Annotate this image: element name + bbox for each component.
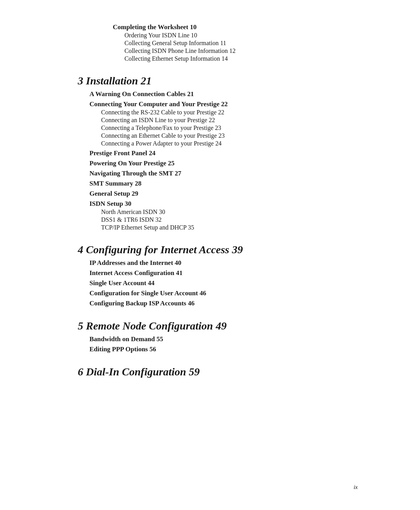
subsec-front-panel: Prestige Front Panel 24 bbox=[89, 149, 358, 157]
subsec-config-single-user: Configuration for Single User Account 46 bbox=[89, 289, 358, 297]
subsec-backup-isp: Configuring Backup ISP Accounts 46 bbox=[89, 300, 358, 307]
chapter-6-heading: Dial-In Configuration 59 bbox=[86, 366, 200, 378]
top-section: Completing the Worksheet 10 Ordering You… bbox=[78, 23, 358, 62]
subsec-smt-summary: SMT Summary 28 bbox=[89, 180, 358, 188]
subsec-ppp-options: Editing PPP Options 56 bbox=[89, 345, 358, 353]
subsec-ethernet-cable: Connecting an Ethernet Cable to your Pre… bbox=[89, 132, 358, 139]
subsec-bandwidth-demand: Bandwidth on Demand 55 bbox=[89, 335, 358, 343]
subsec-warning: A Warning On Connection Cables 21 bbox=[89, 90, 358, 98]
chapter-4: 4 Configuring for Internet Access 39 IP … bbox=[78, 244, 358, 307]
subsec-isdn-line: Connecting an ISDN Line to your Prestige… bbox=[89, 117, 358, 124]
subsec-powering-on: Powering On Your Prestige 25 bbox=[89, 159, 358, 167]
chapter-3-number: 3 bbox=[78, 75, 86, 87]
ethernet-setup-item: Collecting Ethernet Setup Information 14 bbox=[113, 55, 358, 62]
chapter-3-subsections: A Warning On Connection Cables 21 Connec… bbox=[78, 90, 358, 231]
subsec-navigating-smt: Navigating Through the SMT 27 bbox=[89, 170, 358, 177]
chapter-5-title: 5 Remote Node Configuration 49 bbox=[78, 320, 358, 332]
chapter-4-subsections: IP Addresses and the Internet 40 Interne… bbox=[78, 259, 358, 307]
chapter-6-title: 6 Dial-In Configuration 59 bbox=[78, 366, 358, 378]
subsec-tcpip: TCP/IP Ethernet Setup and DHCP 35 bbox=[89, 224, 358, 231]
subsec-north-american: North American ISDN 30 bbox=[89, 209, 358, 216]
chapter-6: 6 Dial-In Configuration 59 bbox=[78, 366, 358, 378]
chapter-3-title: 3 Installation 21 bbox=[78, 75, 358, 87]
page-footer: ix bbox=[354, 484, 358, 491]
chapter-3-heading: Installation 21 bbox=[86, 75, 152, 87]
chapter-5: 5 Remote Node Configuration 49 Bandwidth… bbox=[78, 320, 358, 353]
chapter-4-heading: Configuring for Internet Access 39 bbox=[86, 244, 243, 256]
chapter-4-number: 4 bbox=[78, 244, 86, 256]
toc-container: Completing the Worksheet 10 Ordering You… bbox=[78, 23, 358, 378]
worksheet-header: Completing the Worksheet 10 bbox=[113, 23, 358, 31]
isdn-line-item: Ordering Your ISDN Line 10 bbox=[113, 32, 358, 39]
chapter-5-heading: Remote Node Configuration 49 bbox=[86, 320, 227, 332]
subsec-telephone: Connecting a Telephone/Fax to your Prest… bbox=[89, 124, 358, 131]
chapter-3: 3 Installation 21 A Warning On Connectio… bbox=[78, 75, 358, 231]
isdn-phone-item: Collecting ISDN Phone Line Information 1… bbox=[113, 47, 358, 54]
subsec-general-setup: General Setup 29 bbox=[89, 190, 358, 198]
subsec-connecting-computer: Connecting Your Computer and Your Presti… bbox=[89, 100, 358, 108]
subsec-dss1: DSS1 & 1TR6 ISDN 32 bbox=[89, 216, 358, 223]
chapter-5-subsections: Bandwidth on Demand 55 Editing PPP Optio… bbox=[78, 335, 358, 353]
subsec-internet-access-config: Internet Access Configuration 41 bbox=[89, 269, 358, 277]
subsec-isdn-setup: ISDN Setup 30 bbox=[89, 200, 358, 208]
chapter-6-number: 6 bbox=[78, 366, 86, 378]
subsec-ip-addresses: IP Addresses and the Internet 40 bbox=[89, 259, 358, 267]
subsec-single-user-account: Single User Account 44 bbox=[89, 279, 358, 287]
subsec-power-adapter: Connecting a Power Adapter to your Prest… bbox=[89, 140, 358, 147]
chapter-4-title: 4 Configuring for Internet Access 39 bbox=[78, 244, 358, 256]
general-setup-item: Collecting General Setup Information 11 bbox=[113, 40, 358, 47]
subsec-rs232: Connecting the RS-232 Cable to your Pres… bbox=[89, 109, 358, 116]
chapter-5-number: 5 bbox=[78, 320, 86, 332]
